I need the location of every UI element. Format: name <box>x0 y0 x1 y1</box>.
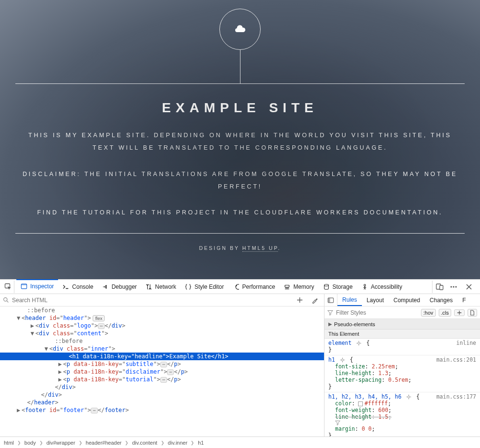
cls-toggle[interactable]: .cls <box>439 309 452 317</box>
add-rule-button[interactable] <box>454 309 465 316</box>
light-mode-button[interactable] <box>468 309 477 317</box>
tab-storage[interactable]: Storage <box>319 280 357 294</box>
element-picker-button[interactable] <box>2 281 14 293</box>
accessibility-icon <box>361 283 368 290</box>
html-search-row <box>0 294 324 307</box>
filter-icon[interactable] <box>335 420 476 425</box>
html-tree-line[interactable]: ▶<footer id="footer">⋯</footer> <box>0 406 324 414</box>
html-tree-line[interactable]: ▶<p data-i18n-key="subtitle">⋯</p> <box>0 360 324 368</box>
tab-label: Network <box>155 283 176 290</box>
rules-tab-rules[interactable]: Rules <box>337 294 362 306</box>
chevron-right-icon: ❯ <box>38 440 45 445</box>
tab-performance[interactable]: Performance <box>228 280 279 294</box>
tab-label: Style Editor <box>194 283 224 290</box>
console-icon <box>62 283 69 290</box>
tab-debugger[interactable]: Debugger <box>97 280 141 294</box>
rule-source[interactable]: main.css:201 <box>436 356 476 363</box>
html-tree-line[interactable]: </div> <box>0 391 324 399</box>
html-tree-line[interactable]: ▶<p data-i18n-key="tutorial">⋯</p> <box>0 376 324 383</box>
svg-point-15 <box>341 359 343 361</box>
svg-point-11 <box>4 298 7 301</box>
html-tree-line[interactable]: ▼<div class="content"> <box>0 330 324 337</box>
html-tree-line[interactable]: </header> <box>0 399 324 406</box>
memory-icon <box>284 283 290 290</box>
design-by-link[interactable]: HTML5 UP <box>242 245 278 252</box>
devtools-tabs: InspectorConsoleDebuggerNetworkStyle Edi… <box>16 280 407 294</box>
html-tree-line[interactable]: ▼<div class="inner"> <box>0 345 324 353</box>
breadcrumb-item[interactable]: div.content <box>132 440 157 446</box>
filter-icon <box>327 310 333 316</box>
tab-label: Inspector <box>30 283 54 290</box>
subtitle: This is my example site. Depending on wh… <box>19 129 461 154</box>
tab-memory[interactable]: Memory <box>279 280 318 294</box>
html-tree-line[interactable]: </div> <box>0 383 324 391</box>
plus-icon <box>297 297 303 303</box>
hov-toggle[interactable]: :hov <box>421 309 436 317</box>
collapsed-dots[interactable]: ⋯ <box>160 362 167 367</box>
breadcrumb-item[interactable]: h1 <box>198 440 204 446</box>
breadcrumb-item[interactable]: html <box>4 440 14 446</box>
html-tree-line[interactable]: ▶<div class="logo">⋯</div> <box>0 322 324 330</box>
rules-filter-input[interactable] <box>336 309 418 316</box>
rule-blocks: inlineelement {}main.css:201h1 {font-siz… <box>324 339 480 436</box>
tab-network[interactable]: Network <box>141 280 180 294</box>
rule-source[interactable]: inline <box>456 340 476 346</box>
responsive-mode-button[interactable] <box>432 281 444 293</box>
breadcrumb-item[interactable]: header#header <box>86 440 122 446</box>
chevron-right-icon: ▶ <box>328 321 332 327</box>
rule-block[interactable]: main.css:201h1 {font-size: 2.25rem;line-… <box>324 355 480 392</box>
close-icon <box>466 283 472 290</box>
breadcrumb[interactable]: html❯body❯div#wrapper❯header#header❯div.… <box>0 436 480 448</box>
tab-accessibility[interactable]: Accessibility <box>357 280 407 294</box>
selector-target-icon <box>340 357 345 363</box>
collapsed-dots[interactable]: ⋯ <box>167 369 174 375</box>
html-search-input[interactable] <box>12 297 290 304</box>
search-icon <box>3 297 9 303</box>
tab-style-editor[interactable]: Style Editor <box>180 280 228 294</box>
pseudo-elements-header[interactable]: ▶ Pseudo-elements <box>324 319 480 330</box>
eyedropper-icon <box>312 297 318 304</box>
tab-label: Console <box>72 283 93 290</box>
tab-inspector[interactable]: Inspector <box>16 279 58 294</box>
collapsed-dots[interactable]: ⋯ <box>98 323 105 329</box>
devtools-toolbar-right <box>430 281 478 293</box>
svg-point-4 <box>324 284 328 286</box>
breadcrumb-item[interactable]: body <box>24 440 36 446</box>
site-content: Example Site This is my example site. De… <box>0 84 480 224</box>
collapsed-dots[interactable]: ⋯ <box>160 377 167 383</box>
performance-icon <box>232 283 239 290</box>
chevron-right-icon: ❯ <box>159 440 166 445</box>
html-tree-line[interactable]: ▶<p data-i18n-key="disclaimer">⋯</p> <box>0 368 324 376</box>
tab-label: Performance <box>242 283 275 290</box>
headline: Example Site <box>19 100 461 116</box>
breadcrumb-item[interactable]: div.inner <box>168 440 188 446</box>
html-tree-line[interactable]: ::before <box>0 307 324 314</box>
close-devtools-button[interactable] <box>463 281 475 293</box>
tab-label: Accessibility <box>371 283 402 290</box>
rule-block[interactable]: main.css:177h1, h2, h3, h4, h5, h6 {colo… <box>324 392 480 436</box>
rule-source[interactable]: main.css:177 <box>436 393 476 400</box>
flex-badge[interactable]: flex <box>93 315 105 321</box>
svg-point-16 <box>408 396 410 398</box>
rule-block[interactable]: inlineelement {} <box>324 339 480 355</box>
rules-tab-changes[interactable]: Changes <box>425 294 457 306</box>
html-tree[interactable]: ::before ▼<header id="header">flex ▶<div… <box>0 307 324 436</box>
html-tree-line-selected[interactable]: <h1 data-i18n-key="headline">Example Sit… <box>0 353 324 360</box>
html-tree-line[interactable]: ▼<header id="header">flex <box>0 314 324 322</box>
tab-console[interactable]: Console <box>58 280 97 294</box>
rules-tab-layout[interactable]: Layout <box>362 294 389 306</box>
add-node-button[interactable] <box>293 294 306 307</box>
rules-tab-computed[interactable]: Computed <box>389 294 425 306</box>
collapsed-dots[interactable]: ⋯ <box>91 408 97 413</box>
eyedropper-button[interactable] <box>309 294 321 307</box>
breadcrumb-item[interactable]: div#wrapper <box>47 440 75 446</box>
rules-tab-overflow[interactable]: F <box>457 294 470 306</box>
chevron-right-icon: ❯ <box>123 440 130 445</box>
sidebar-left-icon[interactable] <box>327 297 334 304</box>
html-tree-line[interactable]: ::before <box>0 337 324 345</box>
svg-point-5 <box>364 284 366 286</box>
devices-icon <box>436 283 444 291</box>
more-tools-button[interactable] <box>447 281 460 293</box>
svg-point-8 <box>450 286 452 287</box>
debugger-icon <box>102 283 108 290</box>
